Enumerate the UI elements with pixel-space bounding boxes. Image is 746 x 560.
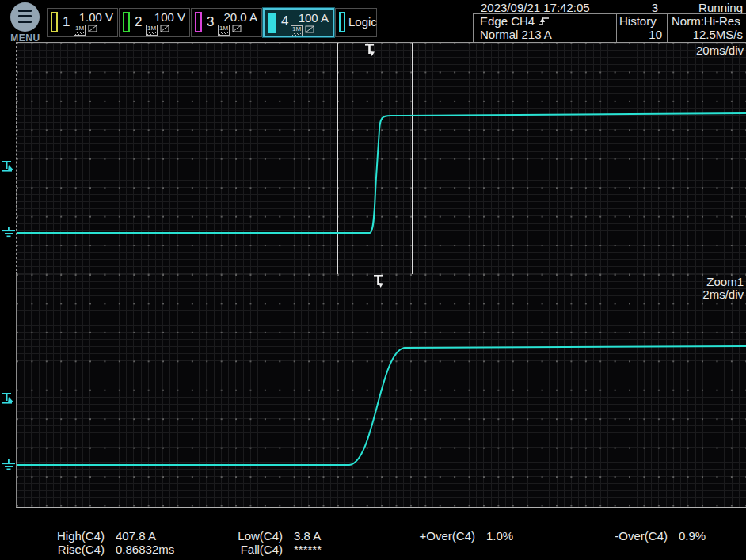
channel-4-color-marker — [268, 13, 276, 33]
main-waveform-window[interactable]: 20ms/div — [16, 42, 746, 275]
channel-2-scale: 100 V — [154, 10, 185, 24]
channel-1-scale: 1.00 V — [79, 10, 113, 24]
impedance-1m-icon: 1M — [218, 25, 230, 36]
channel-2-number: 2 — [135, 14, 142, 30]
channel-4-box-selected[interactable]: 4 100 A 1M — [263, 8, 334, 37]
impedance-1m-icon: 1M — [146, 25, 158, 36]
measurement-value: 1.0% — [486, 530, 513, 543]
channel-1-number: 1 — [63, 14, 70, 30]
measurement-label: High(C4) — [32, 530, 105, 543]
history-count: 10 — [616, 28, 662, 41]
channel-3-color-marker — [195, 12, 202, 32]
trigger-mode-source: Edge CH4 — [480, 14, 535, 28]
channel-3-number: 3 — [207, 14, 214, 30]
zoom1-title[interactable]: Zoom1 — [706, 276, 744, 288]
history-label[interactable]: History — [619, 14, 664, 28]
status-table: Edge CH4 Normal 213 A History 10 Norm:Hi… — [473, 13, 746, 42]
run-status[interactable]: Running — [698, 1, 743, 14]
trigger-position-icon[interactable] — [371, 274, 386, 290]
coupling-icon — [232, 25, 242, 34]
measurement-value: 3.8 A — [294, 530, 322, 543]
measurement-value: 0.9% — [679, 530, 706, 543]
ground-level-marker-icon[interactable] — [2, 459, 16, 474]
measurement-group-3: +Over(C4) 1.0% — [402, 530, 513, 543]
zoom1-waveform-window[interactable]: Zoom1 2ms/div — [16, 274, 746, 508]
measurement-group-2: Low(C4) 3.8 A Fall(C4) ****** — [210, 530, 322, 556]
channel-4-number: 4 — [281, 13, 288, 29]
main-timebase-label[interactable]: 20ms/div — [696, 44, 744, 57]
measurement-value: ****** — [294, 543, 322, 557]
channel-2-color-marker — [123, 12, 130, 32]
hamburger-menu-icon — [10, 2, 40, 32]
measurement-label: Fall(C4) — [210, 543, 283, 557]
measurement-label: +Over(C4) — [402, 530, 475, 543]
channel-2-box[interactable]: 2 100 V 1M — [119, 8, 190, 37]
zoom-timebase-label[interactable]: 2ms/div — [702, 288, 744, 301]
divider — [667, 14, 668, 42]
datetime: 2023/09/21 17:42:05 — [481, 1, 590, 14]
rising-edge-icon — [538, 16, 550, 26]
measurement-value: 407.8 A — [116, 530, 174, 543]
trigger-level-marker-icon[interactable] — [2, 160, 17, 174]
main-waveform-path — [17, 113, 746, 233]
trigger-settings[interactable]: Edge CH4 — [480, 14, 550, 28]
measurement-label: Low(C4) — [210, 530, 283, 543]
measurement-group-4: -Over(C4) 0.9% — [595, 530, 706, 543]
menu-button[interactable]: MENU — [8, 2, 43, 42]
channel-3-scale: 20.0 A — [223, 10, 257, 24]
acquisition-count: 3 — [615, 1, 658, 14]
channel-1-color-marker — [51, 12, 58, 32]
trigger-level-marker-icon[interactable] — [2, 392, 17, 406]
channel-1-box[interactable]: 1 1.00 V 1M — [47, 8, 118, 37]
measurement-label: -Over(C4) — [595, 530, 668, 543]
acquisition-mode[interactable]: Norm:Hi-Res — [672, 14, 740, 28]
channel-bar: 1 1.00 V 1M 2 100 V 1M 3 20.0 A 1M 4 100… — [47, 8, 377, 37]
ground-level-marker-icon[interactable] — [2, 227, 16, 241]
logic-color-marker — [339, 12, 345, 32]
sample-rate: 12.5MS/s — [668, 28, 743, 41]
measurement-label: Rise(C4) — [32, 543, 105, 557]
trigger-level[interactable]: Normal 213 A — [480, 28, 552, 41]
zoom-waveform-path — [17, 346, 746, 465]
impedance-1m-icon: 1M — [291, 25, 303, 36]
coupling-icon — [305, 25, 315, 35]
measurement-group-1: High(C4) 407.8 A Rise(C4) 0.86832ms — [32, 530, 174, 556]
channel-4-scale: 100 A — [299, 11, 329, 25]
impedance-1m-icon: 1M — [74, 25, 86, 36]
logic-channel-box[interactable]: Logic — [335, 8, 377, 37]
coupling-icon — [88, 25, 98, 34]
coupling-icon — [160, 25, 170, 34]
channel-3-box[interactable]: 3 20.0 A 1M — [191, 8, 262, 37]
channel-4-waveform — [17, 43, 746, 274]
channel-4-zoom-waveform — [17, 274, 746, 507]
measurement-value: 0.86832ms — [116, 543, 174, 557]
trigger-position-icon[interactable] — [363, 43, 377, 59]
logic-label: Logic — [348, 15, 377, 29]
